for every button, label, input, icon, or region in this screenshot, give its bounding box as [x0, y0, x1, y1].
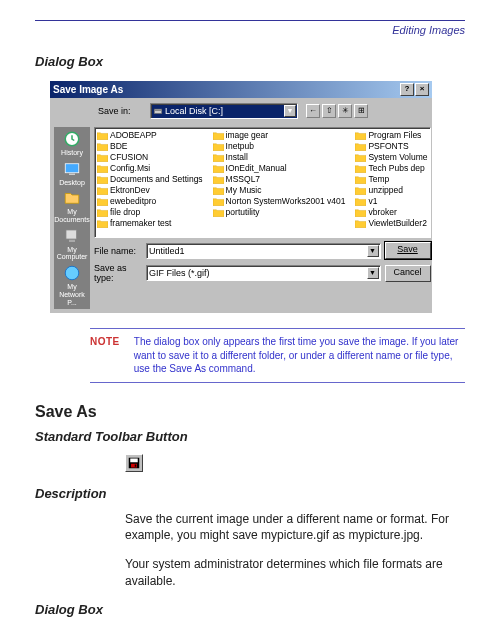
list-item[interactable]: Norton SystemWorks2001 v401: [213, 196, 346, 206]
list-item[interactable]: IOnEdit_Manual: [213, 163, 346, 173]
svg-rect-11: [135, 464, 137, 466]
save-type-combo[interactable]: GIF Files (*.gif) ▼: [146, 265, 381, 281]
list-item[interactable]: vbroker: [355, 207, 427, 217]
svg-point-7: [65, 266, 79, 280]
disk-icon: [153, 106, 163, 116]
svg-rect-6: [69, 240, 75, 242]
save-button[interactable]: Save: [385, 242, 431, 259]
list-item[interactable]: Program Files: [355, 130, 427, 140]
place-my-documents[interactable]: My Documents: [54, 189, 90, 223]
file-name-input[interactable]: Untitled1 ▼: [146, 243, 381, 259]
chevron-down-icon[interactable]: ▼: [367, 267, 379, 279]
save-type-label: Save as type:: [94, 263, 142, 283]
svg-rect-5: [66, 230, 77, 239]
save-in-label: Save in:: [98, 106, 146, 116]
close-icon[interactable]: ×: [415, 83, 429, 96]
place-history[interactable]: History: [54, 130, 90, 157]
view-menu-icon[interactable]: ⊞: [354, 104, 368, 118]
svg-rect-9: [130, 458, 138, 462]
places-bar: History Desktop My Documents My Computer: [54, 127, 90, 309]
place-my-network[interactable]: My Network P...: [54, 264, 90, 306]
save-in-combo[interactable]: Local Disk [C:] ▼: [150, 103, 298, 119]
list-item[interactable]: unzipped: [355, 185, 427, 195]
list-item[interactable]: Temp: [355, 174, 427, 184]
heading-standard-toolbar: Standard Toolbar Button: [35, 429, 465, 444]
list-item[interactable]: file drop: [97, 207, 203, 217]
file-name-label: File name:: [94, 246, 142, 256]
chevron-down-icon[interactable]: ▼: [284, 105, 296, 117]
list-item[interactable]: System Volume: [355, 152, 427, 162]
heading-dialog-box: Dialog Box: [35, 54, 465, 69]
help-icon[interactable]: ?: [400, 83, 414, 96]
save-image-dialog: Save Image As ? × Save in: Local Disk [C…: [50, 81, 432, 313]
up-folder-icon[interactable]: ⇧: [322, 104, 336, 118]
list-item[interactable]: Install: [213, 152, 346, 162]
list-item[interactable]: CFUSION: [97, 152, 203, 162]
list-item[interactable]: v1: [355, 196, 427, 206]
page-header: Editing Images: [35, 24, 465, 36]
note-box: NOTE The dialog box only appears the fir…: [90, 328, 465, 383]
save-in-value: Local Disk [C:]: [165, 106, 223, 116]
dialog-titlebar: Save Image As ? ×: [50, 81, 432, 98]
dialog-title: Save Image As: [53, 84, 400, 95]
new-folder-icon[interactable]: ✳: [338, 104, 352, 118]
list-item[interactable]: image gear: [213, 130, 346, 140]
file-list[interactable]: ADOBEAPPBDECFUSIONConfig.MsiDocuments an…: [94, 127, 431, 238]
floppy-icon: [128, 457, 140, 469]
list-item[interactable]: ewebeditpro: [97, 196, 203, 206]
svg-rect-4: [69, 173, 75, 175]
chevron-down-icon[interactable]: ▼: [367, 245, 379, 257]
note-text: The dialog box only appears the first ti…: [134, 335, 465, 376]
heading-description: Description: [35, 486, 465, 501]
svg-rect-1: [155, 110, 161, 111]
list-item[interactable]: My Music: [213, 185, 346, 195]
list-item[interactable]: framemaker test: [97, 218, 203, 228]
heading-dialog-box-2: Dialog Box: [35, 602, 465, 617]
list-item[interactable]: EktronDev: [97, 185, 203, 195]
list-item[interactable]: ViewletBuilder2: [355, 218, 427, 228]
description-p1: Save the current image under a different…: [125, 511, 465, 545]
list-item[interactable]: BDE: [97, 141, 203, 151]
place-desktop[interactable]: Desktop: [54, 160, 90, 187]
description-p2: Your system administrator determines whi…: [125, 556, 465, 590]
list-item[interactable]: Config.Msi: [97, 163, 203, 173]
list-item[interactable]: ADOBEAPP: [97, 130, 203, 140]
list-item[interactable]: Documents and Settings: [97, 174, 203, 184]
back-icon[interactable]: ←: [306, 104, 320, 118]
save-as-toolbar-button[interactable]: [125, 454, 143, 472]
svg-rect-3: [65, 163, 79, 172]
list-item[interactable]: PSFONTS: [355, 141, 427, 151]
heading-save-as: Save As: [35, 403, 465, 421]
cancel-button[interactable]: Cancel: [385, 265, 431, 282]
list-item[interactable]: Inetpub: [213, 141, 346, 151]
place-my-computer[interactable]: My Computer: [54, 227, 90, 261]
list-item[interactable]: portutility: [213, 207, 346, 217]
list-item[interactable]: Tech Pubs dep: [355, 163, 427, 173]
list-item[interactable]: MSSQL7: [213, 174, 346, 184]
note-label: NOTE: [90, 335, 120, 376]
